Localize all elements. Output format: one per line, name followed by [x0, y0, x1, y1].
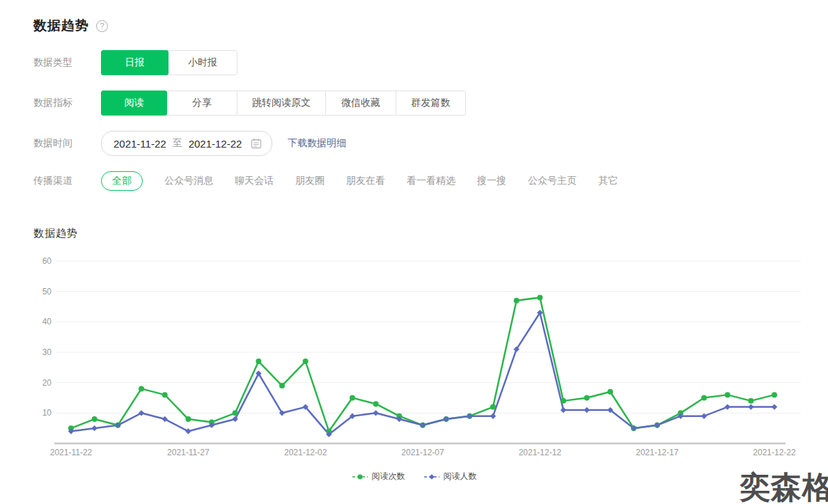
- svg-text:2021-12-22: 2021-12-22: [753, 448, 796, 457]
- legend-label-read-users: 阅读人数: [444, 471, 477, 482]
- channel-label: 传播渠道: [33, 175, 101, 187]
- data-metric-label: 数据指标: [33, 97, 101, 109]
- date-range-picker[interactable]: 2021-11-22 至 2021-12-22: [101, 131, 272, 156]
- data-metric-row: 数据指标 阅读 分享 跳转阅读原文 微信收藏 群发篇数: [33, 90, 466, 116]
- svg-text:2021-12-02: 2021-12-02: [284, 448, 327, 457]
- channel-official-message[interactable]: 公众号消息: [164, 175, 213, 187]
- tab-jump-original[interactable]: 跳转阅读原文: [237, 90, 326, 116]
- channel-top-stories[interactable]: 看一看精选: [407, 175, 455, 187]
- analytics-page: { "page": { "title": "数据趋势" }, "filters"…: [0, 0, 828, 504]
- svg-text:2021-11-22: 2021-11-22: [50, 448, 93, 457]
- svg-text:30: 30: [42, 347, 52, 357]
- calendar-icon[interactable]: [251, 138, 262, 149]
- data-type-button-group: 日报 小时报: [101, 50, 237, 75]
- channel-all[interactable]: 全部: [101, 171, 143, 191]
- watermark-text: 奕森格: [740, 472, 828, 503]
- data-type-label: 数据类型: [33, 56, 101, 69]
- legend-item-read-count[interactable]: 阅读次数: [352, 471, 405, 482]
- legend-marker-circle-icon: [352, 473, 368, 481]
- data-type-row: 数据类型 日报 小时报: [33, 50, 237, 75]
- svg-text:2021-11-27: 2021-11-27: [167, 448, 210, 457]
- chart-legend: 阅读次数 阅读人数: [0, 471, 828, 482]
- legend-label-read-count: 阅读次数: [372, 471, 405, 482]
- start-date: 2021-11-22: [114, 138, 166, 150]
- trend-line-chart: 1020304050602021-11-222021-11-272021-12-…: [0, 249, 828, 466]
- channel-account-homepage[interactable]: 公众号主页: [528, 175, 577, 187]
- svg-text:2021-12-17: 2021-12-17: [636, 448, 679, 457]
- tab-read[interactable]: 阅读: [101, 90, 167, 116]
- help-icon[interactable]: ?: [96, 20, 108, 32]
- svg-text:10: 10: [42, 408, 52, 418]
- channel-moments[interactable]: 朋友圈: [295, 175, 325, 187]
- end-date: 2021-12-22: [189, 138, 242, 150]
- page-header: 数据趋势 ?: [33, 17, 108, 35]
- svg-text:40: 40: [42, 317, 52, 326]
- legend-item-read-users[interactable]: 阅读人数: [423, 471, 477, 482]
- data-metric-button-group: 阅读 分享 跳转阅读原文 微信收藏 群发篇数: [101, 90, 466, 116]
- download-data-link[interactable]: 下载数据明细: [288, 137, 346, 150]
- tab-daily-report[interactable]: 日报: [101, 50, 169, 75]
- tab-share[interactable]: 分享: [166, 90, 237, 116]
- data-time-label: 数据时间: [33, 137, 101, 150]
- data-time-row: 数据时间 2021-11-22 至 2021-12-22 下载数据明细: [33, 131, 346, 156]
- channel-search[interactable]: 搜一搜: [477, 175, 506, 187]
- channel-other[interactable]: 其它: [598, 175, 618, 187]
- channel-list: 全部 公众号消息 聊天会话 朋友圈 朋友在看 看一看精选 搜一搜 公众号主页 其…: [101, 171, 618, 191]
- svg-text:20: 20: [42, 378, 52, 388]
- svg-text:50: 50: [42, 287, 52, 297]
- tab-mass-send-count[interactable]: 群发篇数: [396, 90, 466, 116]
- chart-section-title: 数据趋势: [33, 227, 78, 240]
- channel-friends-reading[interactable]: 朋友在看: [346, 175, 385, 187]
- legend-marker-diamond-icon: [423, 473, 440, 481]
- date-separator: 至: [173, 137, 182, 150]
- channel-row: 传播渠道 全部 公众号消息 聊天会话 朋友圈 朋友在看 看一看精选 搜一搜 公众…: [33, 171, 618, 191]
- tab-hourly-report[interactable]: 小时报: [168, 50, 237, 75]
- svg-text:2021-12-12: 2021-12-12: [519, 448, 562, 457]
- svg-text:60: 60: [42, 256, 52, 266]
- tab-wechat-favorite[interactable]: 微信收藏: [325, 90, 396, 116]
- svg-text:2021-12-07: 2021-12-07: [401, 448, 444, 457]
- channel-chat-session[interactable]: 聊天会话: [235, 175, 274, 187]
- page-title: 数据趋势: [33, 17, 89, 35]
